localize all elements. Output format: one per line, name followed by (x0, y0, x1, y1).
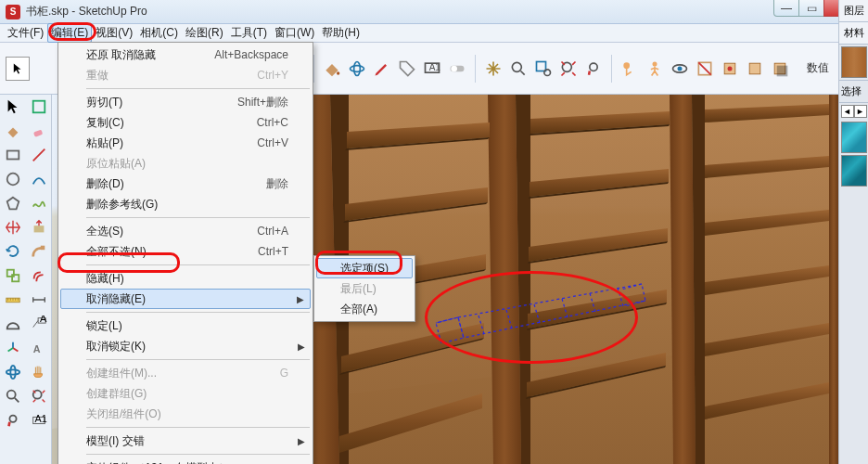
pan2-icon[interactable] (26, 360, 52, 384)
submenu-arrow-icon: ▶ (297, 294, 304, 304)
material-swatch-wood[interactable] (841, 46, 867, 78)
menu-delete-guides[interactable]: 删除参考线(G) (60, 194, 311, 214)
menu-select-none[interactable]: 全部不选(N)Ctrl+T (60, 241, 311, 262)
tape-icon[interactable] (0, 288, 26, 312)
material-swatch-water1[interactable] (841, 122, 867, 153)
menu-close-group[interactable]: 关闭组/组件(O) (60, 404, 311, 424)
menu-camera[interactable]: 相机(C) (136, 23, 182, 43)
menu-paste-in-place[interactable]: 原位粘贴(A) (60, 153, 311, 174)
pan-icon[interactable] (482, 58, 504, 80)
shadows-icon[interactable] (769, 58, 791, 80)
submenu-selected[interactable]: 选定项(S) (316, 258, 413, 278)
dimension-icon[interactable] (26, 288, 52, 312)
zoom-icon[interactable] (507, 58, 530, 80)
nav-fwd-button[interactable]: ► (854, 105, 867, 118)
menu-file[interactable]: 文件(F) (4, 23, 47, 43)
zoom-extents2-icon[interactable] (26, 384, 52, 408)
zoom-window-icon[interactable] (532, 58, 555, 80)
svg-point-0 (337, 71, 339, 74)
material-swatch-water2[interactable] (841, 155, 867, 187)
submenu-all[interactable]: 全部(A) (316, 299, 413, 319)
polygon-icon[interactable] (0, 191, 26, 215)
title-bar: S 书柜.skp - SketchUp Pro (0, 0, 868, 24)
prev-view-icon[interactable] (0, 408, 26, 432)
text-box-icon[interactable]: A1 (421, 58, 443, 80)
position-camera-icon[interactable] (619, 58, 641, 80)
label-icon[interactable]: A1 (26, 408, 52, 432)
zoom2-icon[interactable] (0, 384, 26, 408)
rotate-icon[interactable] (0, 239, 26, 264)
text-icon[interactable]: A1 (26, 312, 52, 336)
eraser-icon[interactable] (26, 119, 52, 143)
menu-select-all[interactable]: 全选(S)Ctrl+A (60, 221, 311, 241)
walk-icon[interactable] (644, 58, 666, 80)
menu-intersect[interactable]: 模型(I) 交错▶ (60, 431, 311, 451)
menu-redo[interactable]: 重做Ctrl+Y (60, 65, 311, 85)
svg-text:A: A (33, 343, 41, 354)
paint-icon[interactable] (0, 119, 26, 143)
svg-rect-19 (749, 63, 760, 74)
menu-unlock[interactable]: 取消锁定(K)▶ (60, 336, 311, 356)
display-section-icon[interactable] (719, 58, 741, 80)
menu-make-component[interactable]: 创建组件(M)...G (60, 363, 311, 383)
svg-marker-26 (488, 95, 521, 464)
protractor-icon[interactable] (0, 312, 26, 336)
menu-lock[interactable]: 锁定(L) (60, 316, 311, 336)
pencil-icon[interactable] (371, 58, 393, 80)
orbit2-icon[interactable] (0, 360, 26, 384)
svg-point-13 (653, 61, 657, 66)
menu-undo[interactable]: 还原 取消隐藏Alt+Backspace (60, 45, 311, 65)
minimize-button[interactable]: — (773, 0, 799, 17)
make-component-icon[interactable] (26, 95, 52, 119)
svg-rect-8 (537, 61, 546, 71)
orbit-icon[interactable] (346, 58, 368, 80)
menu-make-group[interactable]: 创建群组(G) (60, 383, 311, 404)
rectangle-icon[interactable] (0, 143, 26, 167)
menu-tools[interactable]: 工具(T) (227, 23, 271, 43)
svg-rect-69 (7, 151, 19, 160)
3dtext-icon[interactable]: A (26, 336, 52, 360)
svg-point-80 (6, 369, 19, 374)
select-tool-button[interactable] (6, 57, 30, 81)
maximize-button[interactable]: ▭ (798, 0, 824, 17)
menu-delete[interactable]: 删除(D)删除 (60, 174, 311, 194)
svg-point-11 (590, 63, 597, 71)
paint-bucket-icon[interactable] (321, 58, 343, 80)
scale-icon[interactable] (0, 264, 26, 288)
submenu-last[interactable]: 最后(L) (316, 278, 413, 299)
svg-text:A1: A1 (429, 61, 441, 71)
followme-icon[interactable] (26, 239, 52, 264)
svg-point-70 (7, 174, 19, 186)
section-plane-icon[interactable] (694, 58, 716, 80)
nav-back-button[interactable]: ◄ (841, 105, 854, 118)
menu-cut[interactable]: 剪切(T)Shift+删除 (60, 92, 311, 112)
previous-icon[interactable] (582, 58, 605, 80)
materials-panel-tab[interactable]: 材料 (839, 22, 868, 45)
axes-icon[interactable] (0, 336, 26, 360)
menu-view[interactable]: 视图(V) (92, 23, 136, 43)
line-icon[interactable] (26, 143, 52, 167)
menu-draw[interactable]: 绘图(R) (182, 23, 227, 43)
menu-copy[interactable]: 复制(C)Ctrl+C (60, 112, 311, 133)
menu-window[interactable]: 窗口(W) (271, 23, 318, 43)
freehand-icon[interactable] (26, 191, 52, 215)
circle-icon[interactable] (0, 167, 26, 191)
look-around-icon[interactable] (669, 58, 691, 80)
menu-hide[interactable]: 隐藏(H) (60, 268, 311, 289)
move-icon[interactable] (0, 215, 26, 239)
tag-icon[interactable] (396, 58, 418, 80)
menu-bar: 文件(F) 编辑(E) 视图(V) 相机(C) 绘图(R) 工具(T) 窗口(W… (0, 24, 868, 43)
select-icon[interactable] (0, 95, 26, 119)
offset-icon[interactable] (26, 264, 52, 288)
display-cuts-icon[interactable] (744, 58, 766, 80)
menu-unhide[interactable]: 取消隐藏(E)▶ (60, 289, 311, 309)
menu-help[interactable]: 帮助(H) (318, 23, 364, 43)
pushpull-icon[interactable] (26, 215, 52, 239)
toggle-icon[interactable] (446, 58, 468, 80)
arc-icon[interactable] (26, 167, 52, 191)
zoom-extents-icon[interactable] (557, 58, 580, 80)
menu-edit[interactable]: 编辑(E) (47, 23, 92, 43)
layers-panel-tab[interactable]: 图层 (839, 0, 868, 22)
menu-entity-component[interactable]: 实体组件 （131，在模型中）▶ (60, 458, 311, 464)
menu-paste[interactable]: 粘贴(P)Ctrl+V (60, 133, 311, 153)
